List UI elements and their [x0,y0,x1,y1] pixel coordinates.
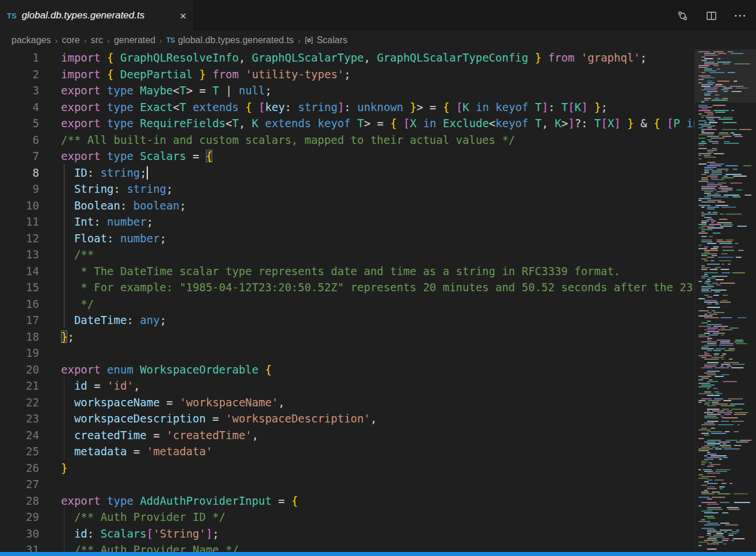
text-cursor [147,166,148,180]
more-actions-icon[interactable]: ⋯ [733,9,747,22]
line-number[interactable]: 3 [0,82,39,99]
line-number[interactable]: 20 [0,361,39,378]
indent-guide [64,509,64,552]
breadcrumb-item-symbol[interactable]: Scalars [304,35,347,45]
line-number[interactable]: 26 [0,460,39,477]
minimap[interactable] [694,49,756,552]
code-line[interactable]: 17 DateTime: any; [0,312,695,329]
code-line[interactable]: 2import { DeepPartial } from 'utility-ty… [0,66,695,83]
editor[interactable]: 1import { GraphQLResolveInfo, GraphQLSca… [0,49,756,552]
line-number[interactable]: 17 [0,312,39,329]
line-number[interactable]: 16 [0,296,39,313]
code-line[interactable]: 26} [0,460,695,477]
code-line[interactable]: 30 id: Scalars['String']; [0,525,695,542]
code-line[interactable]: 27 [0,476,695,493]
editor-actions: ⋯ [675,0,756,31]
code-line[interactable]: 10 Boolean: boolean; [0,197,695,214]
code-area[interactable]: 1import { GraphQLResolveInfo, GraphQLSca… [0,49,695,552]
code-line[interactable]: 12 Float: number; [0,230,695,247]
line-number[interactable]: 22 [0,394,39,411]
line-number[interactable]: 2 [0,66,39,83]
line-number[interactable]: 13 [0,246,39,263]
breadcrumb-item-generated[interactable]: generated [114,35,155,45]
code-line[interactable]: 29 /** Auth Provider ID */ [0,509,695,525]
line-number[interactable]: 10 [0,197,39,214]
breadcrumb-symbol-label: Scalars [316,35,347,45]
code-line[interactable]: 19 [0,345,695,361]
line-number[interactable]: 5 [0,115,39,132]
indent-guide [64,164,64,328]
line-number[interactable]: 25 [0,443,39,460]
code-line[interactable]: 28export type AddAuthProviderInput = { [0,493,695,509]
code-line[interactable]: 15 * For example: "1985-04-12T23:20:50.5… [0,279,695,296]
code-line[interactable]: 5export type RequireFields<T, K extends … [0,115,695,132]
breadcrumb: packages › core › src › generated › TS g… [0,31,756,49]
code-line[interactable]: 20export enum WorkspaceOrderable { [0,361,695,378]
breadcrumb-item-src[interactable]: src [91,35,103,45]
tab-title: global.db.types.generated.ts [22,10,145,21]
line-number[interactable]: 23 [0,410,39,427]
code-line[interactable]: 6/** All built-in and custom scalars, ma… [0,132,695,148]
tab-global-db-types-generated[interactable]: TS global.db.types.generated.ts × [0,0,194,31]
close-tab-icon[interactable]: × [180,10,186,21]
code-line[interactable]: 14 * The DateTime scalar type represents… [0,263,695,280]
code-line[interactable]: 7export type Scalars = { [0,148,695,165]
breadcrumb-separator: › [107,36,110,45]
line-number[interactable]: 29 [0,509,39,525]
code-line[interactable]: 31 /** Auth Provider Name */ [0,542,695,552]
line-number[interactable]: 1 [0,49,39,66]
code-line[interactable]: 8 ID: string; [0,165,695,181]
breadcrumb-separator: › [55,36,58,45]
code-line[interactable]: 9 String: string; [0,181,695,197]
line-number[interactable]: 8 [0,165,39,181]
code-line[interactable]: 1import { GraphQLResolveInfo, GraphQLSca… [0,49,695,66]
line-number[interactable]: 4 [0,99,39,116]
breadcrumb-separator: › [84,36,87,45]
code-line[interactable]: 18}; [0,329,695,345]
code-lines: 1import { GraphQLResolveInfo, GraphQLSca… [0,49,695,552]
code-line[interactable]: 21 id = 'id', [0,378,695,394]
line-number[interactable]: 27 [0,476,39,493]
breadcrumb-item-packages[interactable]: packages [12,35,51,45]
open-changes-icon[interactable] [675,9,689,22]
line-number[interactable]: 15 [0,279,39,296]
minimap-canvas[interactable] [697,51,751,551]
code-line[interactable]: 25 metadata = 'metadata' [0,443,695,460]
code-line[interactable]: 11 Int: number; [0,214,695,230]
breadcrumb-file-label: global.db.types.generated.ts [178,35,293,45]
line-number[interactable]: 19 [0,345,39,361]
code-line[interactable]: 23 workspaceDescription = 'workspaceDesc… [0,410,695,427]
split-editor-icon[interactable] [704,9,718,22]
line-number[interactable]: 24 [0,427,39,444]
code-line[interactable]: 3export type Maybe<T> = T | null; [0,82,695,99]
status-bar [0,552,756,556]
line-number[interactable]: 9 [0,181,39,197]
code-line[interactable]: 4export type Exact<T extends { [key: str… [0,99,695,116]
code-line[interactable]: 13 /** [0,246,695,263]
indent-guide [64,378,64,460]
typescript-file-icon: TS [166,36,175,44]
line-number[interactable]: 6 [0,132,39,148]
typescript-file-icon: TS [7,12,17,20]
code-line[interactable]: 24 createdTime = 'createdTime', [0,427,695,444]
line-number[interactable]: 11 [0,214,39,230]
line-number[interactable]: 18 [0,329,39,345]
line-number[interactable]: 31 [0,542,39,552]
line-number[interactable]: 28 [0,493,39,509]
line-number[interactable]: 12 [0,230,39,247]
breadcrumb-separator: › [159,36,162,45]
code-line[interactable]: 22 workspaceName = 'workspaceName', [0,394,695,411]
breadcrumb-separator: › [297,36,300,45]
line-number[interactable]: 30 [0,525,39,542]
tab-bar: TS global.db.types.generated.ts × ⋯ [0,0,756,31]
breadcrumb-item-file[interactable]: TS global.db.types.generated.ts [166,35,293,45]
code-line[interactable]: 16 */ [0,296,695,313]
symbol-icon [304,36,314,45]
line-number[interactable]: 7 [0,148,39,165]
breadcrumb-item-core[interactable]: core [62,35,80,45]
line-number[interactable]: 21 [0,378,39,394]
line-number[interactable]: 14 [0,263,39,280]
